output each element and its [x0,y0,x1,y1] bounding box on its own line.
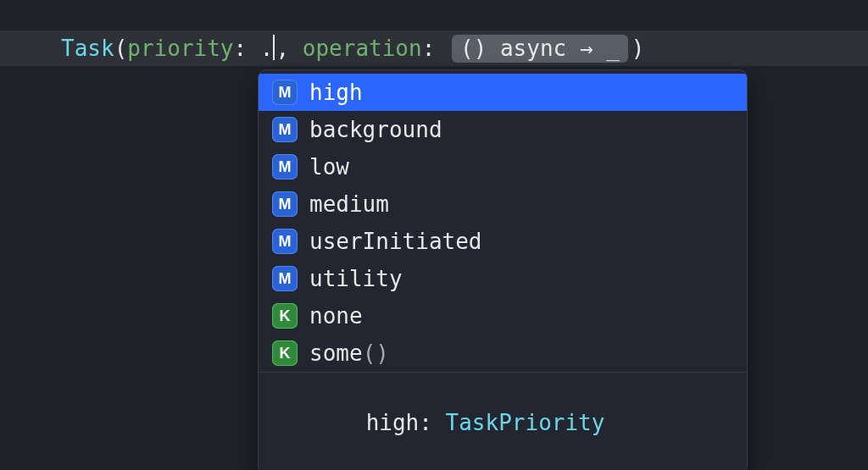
member-icon: M [272,191,298,217]
suggestion-item[interactable]: Knone [259,297,747,335]
suggestion-item[interactable]: Mbackground [259,111,747,148]
suggestion-label: some() [309,340,733,366]
member-icon: M [272,266,298,291]
code-line[interactable]: Task(priority: ., operation: () async → … [0,30,868,66]
placeholder-closure[interactable]: () async → _ [452,35,628,63]
paren-close-icon: ) [632,36,645,61]
autocomplete-popup[interactable]: MhighMbackgroundMlowMmediumMuserInitiate… [258,69,748,470]
suggestion-label: none [309,303,733,329]
suggestion-label: background [309,117,733,142]
token-type: Task [61,36,114,61]
suggestion-item[interactable]: Mmedium [259,185,747,223]
dot-icon: . [260,36,274,61]
detail-name: high [366,410,420,435]
token-param-operation: operation [303,36,422,61]
suggestion-item[interactable]: Mutility [259,260,747,297]
suggestion-label: userInitiated [309,229,733,254]
colon-icon: : [422,36,448,61]
suggestion-label: low [309,154,733,180]
suggestion-item[interactable]: Ksome() [259,335,747,372]
member-icon: M [272,80,298,105]
suggestion-label: utility [309,266,733,291]
detail-type: TaskPriority [446,410,605,435]
comma-icon: , [275,36,302,61]
colon-icon: : [234,36,260,61]
suggestion-item[interactable]: MuserInitiated [259,223,747,260]
keyword-icon: K [272,303,298,329]
paren-icon: () [363,340,389,366]
member-icon: M [272,117,298,142]
token-param-priority: priority [127,36,233,61]
suggestion-detail: high: TaskPriority [259,372,747,470]
text-caret [273,35,275,60]
member-icon: M [272,154,298,180]
suggestion-list: MhighMbackgroundMlowMmediumMuserInitiate… [259,74,747,372]
suggestion-label: medium [309,191,733,217]
keyword-icon: K [272,340,298,366]
suggestion-item[interactable]: Mlow [259,148,747,185]
member-icon: M [272,229,298,254]
paren-open-icon: ( [114,36,128,61]
suggestion-item[interactable]: Mhigh [259,74,747,111]
detail-sep: : [419,410,445,435]
suggestion-label: high [309,80,733,105]
